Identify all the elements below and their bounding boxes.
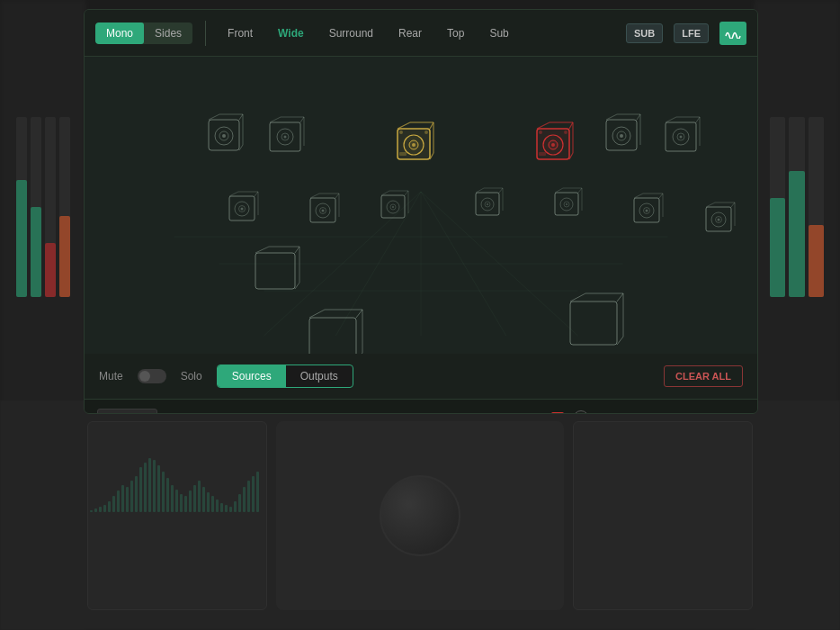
wide-button[interactable]: Wide: [269, 22, 313, 44]
svg-rect-18: [171, 485, 174, 512]
svg-line-144: [634, 194, 643, 198]
svg-rect-13: [148, 458, 151, 512]
controls-row: Mute Solo Sources Outputs CLEAR ALL: [85, 354, 757, 399]
svg-line-120: [381, 191, 389, 195]
lfe-button[interactable]: LFE: [674, 23, 709, 43]
svg-rect-17: [166, 478, 169, 512]
nav-separator-1: [205, 21, 206, 46]
svg-rect-10: [135, 476, 138, 512]
speaker-br: [566, 291, 630, 354]
speaker-mr1: [629, 192, 668, 231]
svg-line-173: [617, 293, 623, 302]
speaker-mc3: [550, 187, 586, 223]
svg-rect-23: [193, 485, 196, 512]
svg-line-105: [255, 192, 258, 196]
svg-line-96: [666, 117, 676, 122]
main-knob: [380, 475, 460, 556]
svg-point-85: [564, 130, 567, 134]
svg-line-76: [537, 122, 550, 129]
svg-point-84: [539, 130, 542, 134]
svg-rect-36: [252, 476, 255, 512]
speaker-bl: [305, 307, 370, 354]
fader-fill-r2: [789, 171, 804, 297]
svg-rect-15: [157, 465, 160, 512]
outputs-tab[interactable]: Outputs: [286, 365, 353, 387]
svg-line-137: [578, 188, 582, 193]
svg-point-71: [412, 143, 416, 147]
svg-line-51: [239, 145, 243, 150]
svg-line-65: [430, 122, 433, 129]
source-output-tabs: Sources Outputs: [217, 364, 353, 388]
mono-button[interactable]: Mono: [95, 22, 144, 44]
rear-button[interactable]: Rear: [389, 22, 431, 44]
svg-line-164: [295, 283, 299, 289]
speaker-gold[interactable]: [390, 120, 441, 170]
svg-line-128: [476, 188, 484, 193]
plugin-window: Mono Sides Front Wide Surround Rear Top …: [84, 9, 758, 414]
svg-rect-37: [256, 472, 259, 512]
svg-rect-5: [112, 496, 115, 512]
front-button[interactable]: Front: [219, 22, 262, 44]
surround-button[interactable]: Surround: [320, 22, 382, 44]
svg-line-48: [239, 114, 243, 120]
wave-button[interactable]: [719, 22, 746, 45]
svg-line-104: [229, 192, 238, 196]
svg-point-150: [646, 210, 648, 212]
mono-sides-group: Mono Sides: [95, 22, 192, 44]
speaker-stage: [85, 57, 757, 354]
solo-label: Solo: [181, 370, 202, 382]
svg-rect-9: [130, 481, 133, 512]
meter-reset-button[interactable]: ↺: [573, 410, 589, 415]
clear-all-button[interactable]: CLEAR ALL: [664, 365, 743, 387]
preset-dropdown[interactable]: Netflix: [97, 409, 157, 415]
svg-rect-8: [126, 487, 129, 512]
svg-line-167: [356, 310, 362, 318]
meter-bar: Netflix SHORT TERM -12.3 INTEGRATED -45.…: [85, 399, 757, 414]
true-peak-label: TRUE PEAK: [454, 413, 509, 414]
top-button[interactable]: Top: [438, 22, 473, 44]
fader-track-4: [59, 117, 70, 297]
fader-track-3: [45, 117, 56, 297]
sides-button[interactable]: Sides: [144, 22, 192, 44]
svg-rect-34: [243, 487, 246, 512]
svg-rect-1: [94, 508, 97, 512]
true-peak-value: -0.12: [518, 412, 542, 415]
range-value: -78.9: [420, 412, 444, 415]
right-faders: [770, 117, 824, 297]
svg-line-170: [356, 353, 362, 354]
speaker-mc2: [471, 187, 507, 223]
speaker-mr2: [701, 201, 740, 240]
speaker-tr1: [599, 112, 646, 159]
svg-line-47: [209, 114, 219, 120]
svg-rect-3: [103, 505, 106, 512]
svg-point-62: [284, 136, 287, 139]
svg-rect-6: [117, 490, 120, 512]
svg-rect-4: [108, 501, 111, 512]
speaker-ml1: [224, 190, 264, 230]
meter-stop-button[interactable]: [551, 412, 564, 415]
svg-line-97: [696, 117, 700, 122]
short-term-label: SHORT TERM: [166, 413, 230, 414]
mute-toggle[interactable]: [138, 369, 166, 383]
speaker-red[interactable]: [530, 120, 580, 170]
svg-line-113: [335, 194, 339, 198]
sub-nav-button[interactable]: Sub: [480, 22, 517, 44]
svg-point-102: [680, 136, 683, 139]
svg-point-126: [392, 206, 394, 208]
fader-fill-2: [31, 207, 41, 297]
svg-line-56: [270, 117, 281, 122]
fader-track-2: [31, 117, 41, 297]
svg-rect-2: [99, 507, 102, 512]
svg-point-94: [620, 134, 623, 138]
fader-track-r3: [809, 117, 824, 297]
sources-tab[interactable]: Sources: [218, 365, 286, 387]
svg-rect-12: [144, 463, 147, 512]
svg-rect-165: [309, 318, 356, 354]
svg-line-166: [309, 310, 325, 318]
svg-line-136: [555, 188, 563, 193]
fader-track-r1: [770, 117, 785, 297]
svg-point-73: [424, 130, 428, 134]
svg-rect-19: [175, 490, 178, 512]
svg-rect-0: [90, 510, 93, 512]
sub-button[interactable]: SUB: [626, 23, 663, 43]
